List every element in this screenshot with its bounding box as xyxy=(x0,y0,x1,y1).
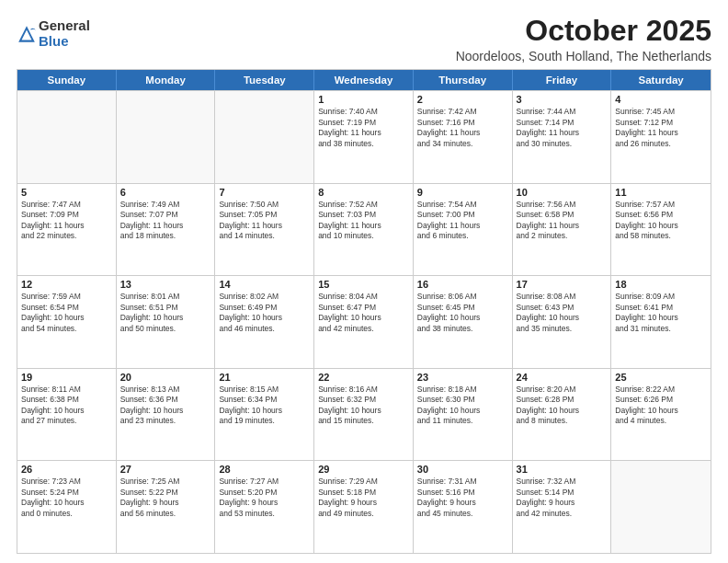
day-number: 23 xyxy=(417,372,508,383)
day-info: Sunrise: 7:50 AM Sunset: 7:05 PM Dayligh… xyxy=(219,200,310,242)
weekday-header-wednesday: Wednesday xyxy=(314,70,414,90)
day-number: 11 xyxy=(615,187,707,198)
calendar-cell-2: 2Sunrise: 7:42 AM Sunset: 7:16 PM Daylig… xyxy=(414,91,513,183)
calendar-cell-24: 24Sunrise: 8:20 AM Sunset: 6:28 PM Dayli… xyxy=(513,369,612,461)
calendar-cell-31: 31Sunrise: 7:32 AM Sunset: 5:14 PM Dayli… xyxy=(513,461,612,553)
day-number: 7 xyxy=(219,187,310,198)
day-info: Sunrise: 7:52 AM Sunset: 7:03 PM Dayligh… xyxy=(318,200,409,242)
calendar-cell-11: 11Sunrise: 7:57 AM Sunset: 6:56 PM Dayli… xyxy=(611,184,711,276)
day-info: Sunrise: 8:02 AM Sunset: 6:49 PM Dayligh… xyxy=(219,292,310,334)
calendar-cell-14: 14Sunrise: 8:02 AM Sunset: 6:49 PM Dayli… xyxy=(215,276,314,368)
day-number: 24 xyxy=(517,372,608,383)
day-info: Sunrise: 7:57 AM Sunset: 6:56 PM Dayligh… xyxy=(615,200,707,242)
day-number: 10 xyxy=(517,187,608,198)
day-info: Sunrise: 7:42 AM Sunset: 7:16 PM Dayligh… xyxy=(417,107,508,149)
calendar-cell-empty xyxy=(17,91,117,183)
day-info: Sunrise: 8:20 AM Sunset: 6:28 PM Dayligh… xyxy=(517,385,608,427)
day-number: 13 xyxy=(120,279,211,290)
weekday-header-friday: Friday xyxy=(513,70,612,90)
calendar-cell-29: 29Sunrise: 7:29 AM Sunset: 5:18 PM Dayli… xyxy=(314,461,414,553)
weekday-header-thursday: Thursday xyxy=(414,70,513,90)
day-info: Sunrise: 8:13 AM Sunset: 6:36 PM Dayligh… xyxy=(120,385,211,427)
calendar-cell-28: 28Sunrise: 7:27 AM Sunset: 5:20 PM Dayli… xyxy=(215,461,314,553)
calendar-row-2: 5Sunrise: 7:47 AM Sunset: 7:09 PM Daylig… xyxy=(17,183,711,276)
calendar-header: SundayMondayTuesdayWednesdayThursdayFrid… xyxy=(17,70,711,90)
day-info: Sunrise: 8:04 AM Sunset: 6:47 PM Dayligh… xyxy=(318,292,409,334)
day-number: 17 xyxy=(517,279,608,290)
day-number: 29 xyxy=(318,464,409,475)
calendar-cell-19: 19Sunrise: 8:11 AM Sunset: 6:38 PM Dayli… xyxy=(17,369,117,461)
calendar-cell-4: 4Sunrise: 7:45 AM Sunset: 7:12 PM Daylig… xyxy=(611,91,711,183)
day-number: 14 xyxy=(219,279,310,290)
day-number: 3 xyxy=(517,94,608,105)
day-info: Sunrise: 7:32 AM Sunset: 5:14 PM Dayligh… xyxy=(517,477,608,519)
logo-icon xyxy=(17,24,37,44)
calendar-cell-21: 21Sunrise: 8:15 AM Sunset: 6:34 PM Dayli… xyxy=(215,369,314,461)
calendar-body: 1Sunrise: 7:40 AM Sunset: 7:19 PM Daylig… xyxy=(17,90,711,553)
day-info: Sunrise: 8:06 AM Sunset: 6:45 PM Dayligh… xyxy=(417,292,508,334)
calendar-cell-7: 7Sunrise: 7:50 AM Sunset: 7:05 PM Daylig… xyxy=(215,184,314,276)
day-info: Sunrise: 8:09 AM Sunset: 6:41 PM Dayligh… xyxy=(615,292,707,334)
calendar-cell-16: 16Sunrise: 8:06 AM Sunset: 6:45 PM Dayli… xyxy=(414,276,513,368)
day-info: Sunrise: 7:25 AM Sunset: 5:22 PM Dayligh… xyxy=(120,477,211,519)
weekday-header-monday: Monday xyxy=(117,70,216,90)
day-number: 21 xyxy=(219,372,310,383)
calendar-cell-20: 20Sunrise: 8:13 AM Sunset: 6:36 PM Dayli… xyxy=(117,369,216,461)
calendar-cell-1: 1Sunrise: 7:40 AM Sunset: 7:19 PM Daylig… xyxy=(314,91,414,183)
day-number: 26 xyxy=(21,464,112,475)
day-number: 27 xyxy=(120,464,211,475)
month-title: October 2025 xyxy=(456,15,711,47)
day-info: Sunrise: 8:11 AM Sunset: 6:38 PM Dayligh… xyxy=(21,385,112,427)
day-info: Sunrise: 7:44 AM Sunset: 7:14 PM Dayligh… xyxy=(517,107,608,149)
calendar-cell-25: 25Sunrise: 8:22 AM Sunset: 6:26 PM Dayli… xyxy=(611,369,711,461)
calendar-cell-26: 26Sunrise: 7:23 AM Sunset: 5:24 PM Dayli… xyxy=(17,461,117,553)
day-info: Sunrise: 7:40 AM Sunset: 7:19 PM Dayligh… xyxy=(318,107,409,149)
day-info: Sunrise: 8:01 AM Sunset: 6:51 PM Dayligh… xyxy=(120,292,211,334)
day-info: Sunrise: 7:47 AM Sunset: 7:09 PM Dayligh… xyxy=(21,200,112,242)
day-info: Sunrise: 7:45 AM Sunset: 7:12 PM Dayligh… xyxy=(615,107,707,149)
calendar-cell-17: 17Sunrise: 8:08 AM Sunset: 6:43 PM Dayli… xyxy=(513,276,612,368)
day-info: Sunrise: 8:16 AM Sunset: 6:32 PM Dayligh… xyxy=(318,385,409,427)
calendar-row-1: 1Sunrise: 7:40 AM Sunset: 7:19 PM Daylig… xyxy=(17,90,711,183)
day-info: Sunrise: 8:18 AM Sunset: 6:30 PM Dayligh… xyxy=(417,385,508,427)
calendar-cell-13: 13Sunrise: 8:01 AM Sunset: 6:51 PM Dayli… xyxy=(117,276,216,368)
weekday-header-tuesday: Tuesday xyxy=(215,70,314,90)
calendar-cell-empty xyxy=(215,91,314,183)
day-number: 1 xyxy=(318,94,409,105)
calendar-cell-27: 27Sunrise: 7:25 AM Sunset: 5:22 PM Dayli… xyxy=(117,461,216,553)
calendar-row-4: 19Sunrise: 8:11 AM Sunset: 6:38 PM Dayli… xyxy=(17,368,711,461)
day-number: 5 xyxy=(21,187,112,198)
day-number: 12 xyxy=(21,279,112,290)
day-info: Sunrise: 8:22 AM Sunset: 6:26 PM Dayligh… xyxy=(615,385,707,427)
day-number: 16 xyxy=(417,279,508,290)
calendar-row-3: 12Sunrise: 7:59 AM Sunset: 6:54 PM Dayli… xyxy=(17,275,711,368)
location-subtitle: Noordeloos, South Holland, The Netherlan… xyxy=(456,49,711,63)
day-info: Sunrise: 7:49 AM Sunset: 7:07 PM Dayligh… xyxy=(120,200,211,242)
calendar-cell-empty xyxy=(611,461,711,553)
calendar-cell-23: 23Sunrise: 8:18 AM Sunset: 6:30 PM Dayli… xyxy=(414,369,513,461)
day-number: 15 xyxy=(318,279,409,290)
calendar-cell-3: 3Sunrise: 7:44 AM Sunset: 7:14 PM Daylig… xyxy=(513,91,612,183)
calendar-cell-8: 8Sunrise: 7:52 AM Sunset: 7:03 PM Daylig… xyxy=(314,184,414,276)
logo: General Blue xyxy=(17,18,90,49)
title-block: October 2025 Noordeloos, South Holland, … xyxy=(456,15,711,63)
day-number: 22 xyxy=(318,372,409,383)
calendar-cell-15: 15Sunrise: 8:04 AM Sunset: 6:47 PM Dayli… xyxy=(314,276,414,368)
day-info: Sunrise: 7:29 AM Sunset: 5:18 PM Dayligh… xyxy=(318,477,409,519)
calendar-cell-10: 10Sunrise: 7:56 AM Sunset: 6:58 PM Dayli… xyxy=(513,184,612,276)
calendar-cell-empty xyxy=(117,91,216,183)
day-info: Sunrise: 7:54 AM Sunset: 7:00 PM Dayligh… xyxy=(417,200,508,242)
day-number: 6 xyxy=(120,187,211,198)
weekday-header-sunday: Sunday xyxy=(17,70,117,90)
day-info: Sunrise: 7:27 AM Sunset: 5:20 PM Dayligh… xyxy=(219,477,310,519)
day-info: Sunrise: 7:23 AM Sunset: 5:24 PM Dayligh… xyxy=(21,477,112,519)
day-info: Sunrise: 7:59 AM Sunset: 6:54 PM Dayligh… xyxy=(21,292,112,334)
calendar-cell-18: 18Sunrise: 8:09 AM Sunset: 6:41 PM Dayli… xyxy=(611,276,711,368)
day-info: Sunrise: 8:08 AM Sunset: 6:43 PM Dayligh… xyxy=(517,292,608,334)
day-number: 20 xyxy=(120,372,211,383)
calendar-cell-22: 22Sunrise: 8:16 AM Sunset: 6:32 PM Dayli… xyxy=(314,369,414,461)
day-info: Sunrise: 7:31 AM Sunset: 5:16 PM Dayligh… xyxy=(417,477,508,519)
day-number: 30 xyxy=(417,464,508,475)
logo-general: General xyxy=(39,18,90,34)
day-number: 28 xyxy=(219,464,310,475)
